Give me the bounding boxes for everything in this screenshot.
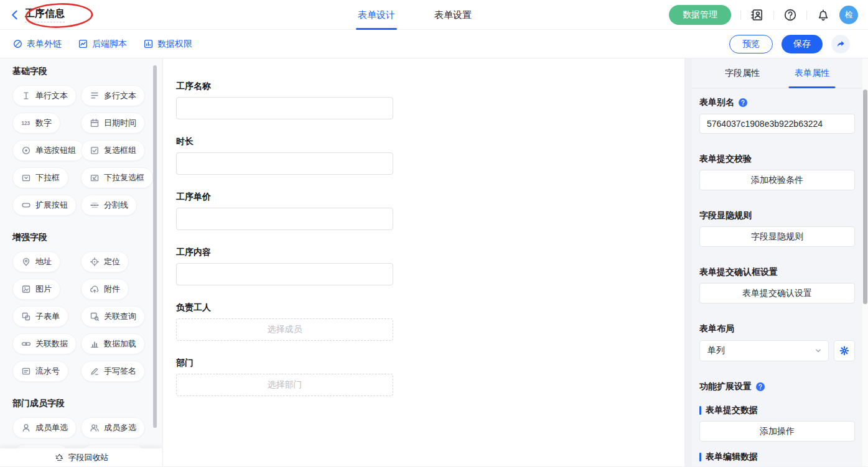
chevron-down-icon	[814, 346, 823, 355]
gear-icon	[839, 346, 849, 356]
form-field-工序内容[interactable]: 工序内容	[176, 247, 393, 285]
add-action-button[interactable]: 添加操作	[699, 421, 855, 442]
sidebar-section-title: 基础字段	[12, 66, 162, 76]
preview-button[interactable]: 预览	[729, 35, 773, 53]
field-pill-row: 下拉框下拉复选框	[12, 167, 162, 188]
field-pill-成员单选[interactable]: 成员单选	[12, 417, 77, 438]
field-pill-复选框组[interactable]: 复选框组	[81, 140, 145, 161]
field-pill-附件[interactable]: 附件	[81, 279, 129, 300]
divider-icon	[90, 200, 100, 210]
field-pill-图片[interactable]: 图片	[12, 279, 60, 300]
field-picker[interactable]: 选择部门	[176, 374, 393, 396]
field-pill-数字[interactable]: 123数字	[12, 113, 60, 134]
properties-tabs: 字段属性 表单属性	[692, 58, 862, 88]
ext-button-icon	[21, 200, 31, 210]
field-pill-单选按钮组[interactable]: 单选按钮组	[12, 140, 85, 161]
form-field-工序名称[interactable]: 工序名称	[176, 81, 393, 119]
field-pill-下拉框[interactable]: 下拉框	[12, 167, 68, 188]
data-manage-button[interactable]: 数据管理	[669, 5, 731, 25]
field-pill-流水号[interactable]: 流水号	[12, 361, 68, 382]
form-toolbar: 表单外链后端脚本数据权限 预览 保存	[0, 30, 868, 58]
single-text-icon	[21, 91, 31, 101]
field-palette-sidebar: 基础字段单行文本多行文本123数字日期时间单选按钮组复选框组下拉框下拉复选框扩展…	[0, 58, 163, 466]
field-pill-row: 123数字日期时间	[12, 113, 162, 134]
field-input[interactable]	[176, 97, 393, 119]
field-pill-row: 单选按钮组复选框组	[12, 140, 162, 161]
tab-form-settings[interactable]: 表单设置	[434, 0, 472, 30]
panel-scrollbar-track[interactable]	[862, 58, 868, 466]
field-pill-单行文本[interactable]: 单行文本	[12, 85, 77, 106]
form-field-时长[interactable]: 时长	[176, 136, 393, 175]
serial-icon	[21, 366, 31, 376]
field-pill-子表单[interactable]: 子表单	[12, 306, 68, 327]
field-pill-关联查询[interactable]: 关联查询	[81, 306, 145, 327]
field-pill-成员多选[interactable]: 成员多选	[81, 417, 145, 438]
field-input[interactable]	[176, 263, 393, 285]
field-pill-地址[interactable]: 地址	[12, 251, 60, 272]
question-filled-icon[interactable]	[755, 382, 765, 392]
panel-scrollbar-thumb[interactable]	[863, 90, 867, 304]
field-visibility-button[interactable]: 字段显隐规则	[699, 226, 855, 247]
multi-text-icon	[90, 91, 100, 101]
main-area: 基础字段单行文本多行文本123数字日期时间单选按钮组复选框组下拉框下拉复选框扩展…	[0, 58, 868, 466]
divider	[806, 11, 807, 20]
form-field-工序单价[interactable]: 工序单价	[176, 192, 393, 230]
field-pill-日期时间[interactable]: 日期时间	[81, 113, 145, 134]
layout-select[interactable]: 单列	[699, 340, 829, 361]
form-field-负责工人[interactable]: 负责工人选择成员	[176, 302, 393, 341]
field-pill-数据加载[interactable]: 数据加载	[81, 333, 145, 354]
tab-field-properties[interactable]: 字段属性	[725, 58, 760, 88]
toolbar-link-0[interactable]: 表单外链	[12, 39, 62, 50]
checkbox-icon	[90, 146, 100, 155]
field-pill-row: 关联数据数据加载	[12, 333, 162, 354]
field-pill-关联数据[interactable]: 关联数据	[12, 333, 77, 354]
field-picker[interactable]: 选择成员	[176, 318, 393, 341]
tab-form-properties[interactable]: 表单属性	[795, 58, 829, 88]
attachment-icon	[90, 284, 100, 294]
svg-text:123: 123	[22, 121, 30, 126]
multiselect-icon	[90, 173, 100, 183]
accent-bar	[699, 406, 701, 415]
divider	[740, 11, 741, 20]
field-pill-下拉复选框[interactable]: 下拉复选框	[81, 167, 153, 188]
sidebar-section: 基础字段单行文本多行文本123数字日期时间单选按钮组复选框组下拉框下拉复选框扩展…	[12, 66, 162, 216]
field-pill-手写签名[interactable]: 手写签名	[81, 361, 145, 382]
extension-group-1: 表单编辑数据添加操作	[699, 451, 855, 467]
save-button[interactable]: 保存	[782, 35, 823, 53]
form-alias-label: 表单别名	[699, 97, 734, 108]
field-input[interactable]	[176, 208, 393, 230]
field-pill-row: 扩展按钮分割线	[12, 195, 162, 216]
field-recycle-bin[interactable]: 字段回收站	[0, 448, 163, 466]
field-pill-分割线[interactable]: 分割线	[81, 195, 137, 216]
sidebar-section-title: 增强字段	[12, 232, 162, 243]
paperclip-icon	[12, 39, 23, 49]
field-pill-多行文本[interactable]: 多行文本	[81, 85, 145, 106]
field-pill-定位[interactable]: 定位	[81, 251, 129, 272]
field-pill-扩展按钮[interactable]: 扩展按钮	[12, 195, 77, 216]
page-title[interactable]: 工序信息	[25, 7, 65, 22]
tab-form-design[interactable]: 表单设计	[358, 0, 395, 30]
avatar[interactable]: 检	[839, 6, 858, 24]
bell-icon[interactable]	[816, 8, 830, 22]
form-field-部门[interactable]: 部门选择部门	[176, 358, 393, 396]
extension-group-label: 表单编辑数据	[706, 451, 758, 463]
contacts-icon[interactable]	[750, 8, 764, 22]
field-input[interactable]	[176, 152, 393, 175]
form-alias-section: 表单别名	[699, 97, 855, 134]
toolbar-link-1[interactable]: 后端脚本	[78, 39, 127, 50]
field-label: 工序名称	[176, 81, 393, 92]
form-alias-input[interactable]	[699, 114, 855, 134]
share-button[interactable]	[831, 35, 850, 53]
question-filled-icon[interactable]	[738, 98, 748, 108]
layout-settings-button[interactable]	[834, 340, 855, 361]
back-icon[interactable]	[9, 9, 21, 21]
toolbar-link-2[interactable]: 数据权限	[143, 39, 192, 50]
sidebar-scrollbar[interactable]	[153, 65, 157, 428]
form-canvas[interactable]: 工序名称时长工序单价工序内容负责工人选择成员部门选择部门	[163, 58, 684, 466]
number-icon: 123	[21, 118, 31, 128]
member-single-icon	[21, 423, 31, 433]
properties-panel: 字段属性 表单属性 表单别名 表单提交校验 添加校验条件 字段显隐规则 字段显隐…	[692, 58, 862, 466]
help-icon[interactable]	[783, 8, 797, 22]
submit-confirm-button[interactable]: 表单提交确认设置	[699, 283, 855, 303]
add-validation-button[interactable]: 添加校验条件	[699, 170, 855, 190]
